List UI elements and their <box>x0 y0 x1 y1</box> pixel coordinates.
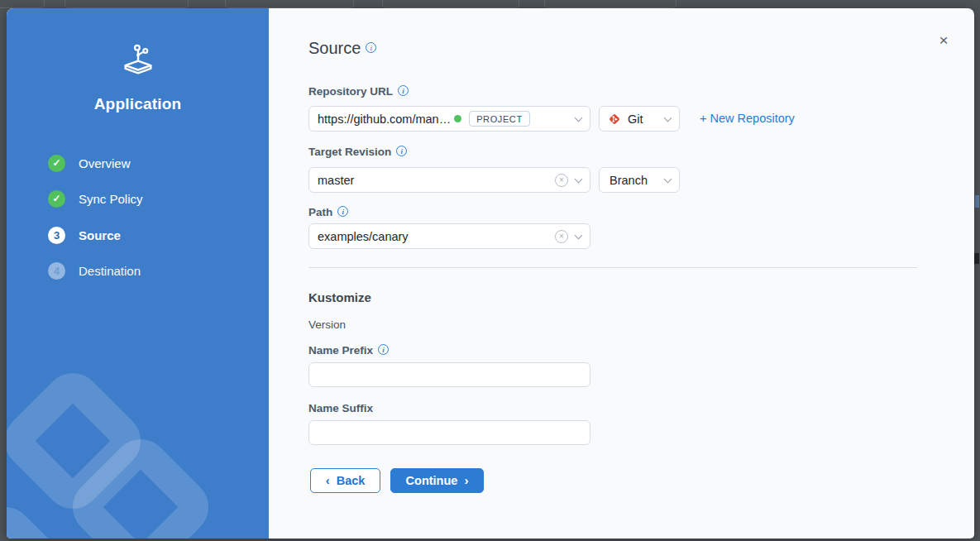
kustomize-section-title: Kustomize <box>308 290 371 304</box>
name-prefix-label: Name Prefix i <box>308 344 389 357</box>
chevron-down-icon[interactable] <box>575 231 583 239</box>
wizard-sidebar: Application ✓ Overview ✓ Sync Policy 3 S… <box>7 8 269 539</box>
background-tab <box>0 0 45 8</box>
background-fragment <box>974 253 979 264</box>
chevron-down-icon[interactable] <box>575 175 583 183</box>
background-tab <box>65 0 189 8</box>
path-value: examples/canary <box>318 230 409 243</box>
info-icon[interactable]: i <box>366 42 376 53</box>
background-tab <box>225 0 354 8</box>
target-revision-label: Target Revision i <box>308 146 407 158</box>
revision-type-value: Branch <box>610 174 648 187</box>
step-done-icon: ✓ <box>48 190 65 208</box>
background-tab <box>382 0 519 8</box>
version-label: Version <box>308 318 346 331</box>
background-tab <box>544 0 676 8</box>
new-repository-link[interactable]: + New Repository <box>700 112 795 125</box>
step-overview[interactable]: ✓ Overview <box>48 154 131 172</box>
step-number-icon: 4 <box>48 262 65 280</box>
info-icon[interactable]: i <box>398 85 409 96</box>
info-icon[interactable]: i <box>337 206 348 217</box>
step-done-icon: ✓ <box>48 155 65 172</box>
connection-status-dot <box>454 115 461 122</box>
step-label: Overview <box>79 156 131 170</box>
new-application-panel: Application ✓ Overview ✓ Sync Policy 3 S… <box>7 8 974 539</box>
info-icon[interactable]: i <box>396 146 407 156</box>
application-icon <box>7 41 269 79</box>
clear-icon[interactable]: × <box>555 174 568 187</box>
page-title: Source i <box>308 39 376 58</box>
name-suffix-label: Name Suffix <box>308 402 373 414</box>
git-icon <box>608 113 621 126</box>
repo-type-select[interactable]: Git <box>599 106 680 132</box>
repo-type-value: Git <box>628 113 643 126</box>
chevron-down-icon[interactable] <box>575 113 583 122</box>
back-button[interactable]: ‹ Back <box>310 468 380 493</box>
chevron-down-icon[interactable] <box>664 175 672 183</box>
section-divider <box>308 267 917 268</box>
screen: { "frame": { "close_icon": "×" }, "sideb… <box>0 0 980 541</box>
close-icon[interactable]: × <box>933 30 954 51</box>
repository-url-value: https://github.com/man… <box>318 113 451 126</box>
chevron-right-icon: › <box>464 473 468 487</box>
path-combobox[interactable]: examples/canary × <box>308 223 590 249</box>
step-number-icon: 3 <box>48 227 65 244</box>
step-source[interactable]: 3 Source <box>48 226 121 244</box>
continue-button[interactable]: Continue › <box>390 468 484 493</box>
chevron-left-icon: ‹ <box>326 473 330 487</box>
step-label: Destination <box>79 264 141 278</box>
revision-type-select[interactable]: Branch <box>599 167 680 193</box>
name-prefix-input[interactable] <box>308 362 590 387</box>
step-destination[interactable]: 4 Destination <box>48 261 141 280</box>
page-title-text: Source <box>308 39 361 58</box>
path-label: Path i <box>308 206 348 218</box>
clear-icon[interactable]: × <box>555 230 568 243</box>
step-label: Sync Policy <box>79 192 143 206</box>
info-icon[interactable]: i <box>378 344 389 355</box>
step-sync-policy[interactable]: ✓ Sync Policy <box>48 189 143 208</box>
name-suffix-input[interactable] <box>308 420 590 445</box>
repository-url-combobox[interactable]: https://github.com/man… PROJECT <box>308 106 590 132</box>
background-fragment <box>975 195 979 208</box>
target-revision-combobox[interactable]: master × <box>308 167 590 193</box>
target-revision-value: master <box>318 174 354 187</box>
repository-url-label: Repository URL i <box>308 85 409 98</box>
wizard-title: Application <box>7 95 269 113</box>
step-label: Source <box>79 228 121 242</box>
chevron-down-icon[interactable] <box>664 113 672 122</box>
project-badge: PROJECT <box>469 111 530 127</box>
